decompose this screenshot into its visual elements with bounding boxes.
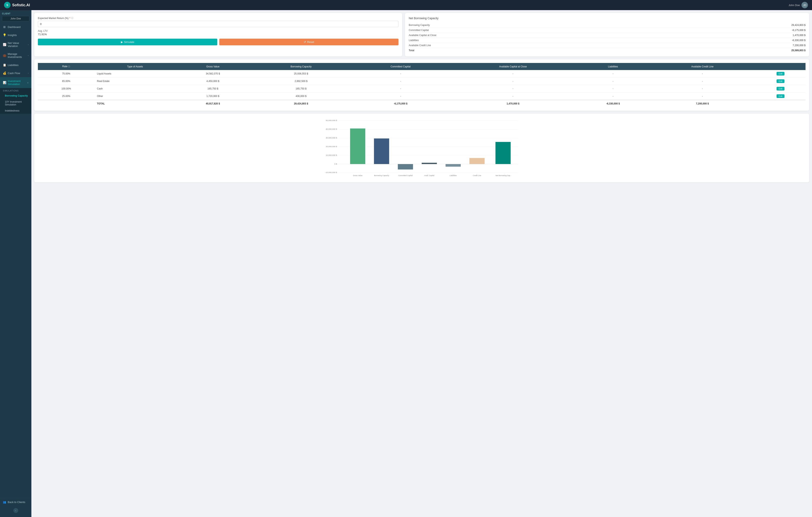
- col-avail-close: Available Capital at Close: [450, 63, 577, 70]
- chevron-right-icon: ›: [28, 43, 29, 46]
- cell-avail-close: -: [450, 85, 577, 92]
- bar-gross-value: [350, 128, 365, 164]
- col-credit-line: Available Credit Line: [649, 63, 755, 70]
- table-header: Rate ⓘ Type of Assets Gross Value Borrow…: [38, 63, 806, 70]
- simulate-button[interactable]: ▶ Simulate: [38, 39, 217, 45]
- avg-ltv-value: 71.91%: [38, 33, 399, 36]
- bar-committed-capital: [398, 164, 413, 170]
- cell-gross: 165,750 $: [176, 85, 250, 92]
- borrowing-capacity-rows: Borrowing Capacity 29,424,803 $ Committe…: [409, 23, 806, 53]
- svg-text:Borrowing Capacity: Borrowing Capacity: [374, 175, 389, 177]
- cell-gross: 1,720,000 $: [176, 92, 250, 100]
- sidebar-item-manage-investments[interactable]: 💼 Manage Investments ›: [0, 50, 31, 61]
- edit-button[interactable]: Edit: [777, 87, 784, 90]
- sidebar-item-insights[interactable]: 💡 Insights: [0, 31, 31, 39]
- bc-row-label: Liabilities: [409, 39, 418, 42]
- bar-net-borrowing: [495, 142, 511, 164]
- back-to-clients[interactable]: 👥 Back to Clients: [0, 498, 31, 506]
- sidebar-item-liabilities[interactable]: 📋 Liabilities: [0, 61, 31, 69]
- cell-edit[interactable]: Edit: [755, 92, 806, 100]
- svg-text:Avail. Capital: Avail. Capital: [424, 175, 434, 177]
- simulation-form-card: Expected Market Return (%) * ⓘ Avg. LTV …: [34, 13, 402, 57]
- total-label-text: TOTAL: [94, 100, 176, 107]
- bar-avail-close-pos: [422, 163, 437, 164]
- help-icon[interactable]: ⓘ: [71, 17, 73, 20]
- cell-liabilities: -: [577, 92, 649, 100]
- sidebar-label-net-value: Net Value Variation: [8, 41, 28, 48]
- svg-text:20,000,000 $: 20,000,000 $: [326, 145, 337, 148]
- net-value-icon: 📈: [3, 43, 6, 46]
- col-rate: Rate ⓘ: [38, 63, 94, 70]
- sidebar-item-dashboard[interactable]: ⊞ Dashboard: [0, 23, 31, 31]
- table-total-row: TOTAL 40,917,820 $ 29,424,803 $ -6,175,0…: [38, 100, 806, 107]
- sidebar-label-cash-flow: Cash Flow: [8, 72, 20, 75]
- bc-row-label: Borrowing Capacity: [409, 24, 430, 27]
- edit-button[interactable]: Edit: [777, 79, 784, 83]
- total-committed: -6,175,000 $: [352, 100, 450, 107]
- cell-rate: 75.00%: [38, 70, 94, 78]
- expected-market-return-input[interactable]: [38, 21, 399, 27]
- sidebar-item-cash-flow[interactable]: 💰 Cash Flow ›: [0, 69, 31, 77]
- table-body: 75.00% Liquid Assets 34,582,070 $ 25,936…: [38, 70, 806, 100]
- submenu-borrowing-capacity[interactable]: Borrowing Capacity: [0, 93, 31, 99]
- bc-row-label: Available Capital at Close: [409, 34, 436, 37]
- col-liabilities: Liabilities: [577, 63, 649, 70]
- svg-text:10,000,000 $: 10,000,000 $: [326, 154, 337, 156]
- svg-text:50,000,000 $: 50,000,000 $: [326, 119, 337, 121]
- chevron-right-icon-2: ›: [28, 55, 29, 57]
- bc-row: Available Credit Line 7,200,000 $: [409, 43, 806, 48]
- svg-text:Net Borrowing Cap.: Net Borrowing Cap.: [495, 175, 511, 177]
- cell-edit[interactable]: Edit: [755, 85, 806, 92]
- top-navigation: S Sofistic.AI John Doe JD: [0, 0, 812, 10]
- sidebar-item-investment-simulation[interactable]: 📊 Investment Simulation ∨: [0, 77, 31, 88]
- total-credit-line: 7,200,000 $: [649, 100, 755, 107]
- sidebar-label-investment-simulation: Investment Simulation: [8, 80, 27, 86]
- svg-text:30,000,000 $: 30,000,000 $: [326, 136, 337, 139]
- chevron-down-icon: ∨: [27, 82, 29, 84]
- total-label: [38, 100, 94, 107]
- submenu-10y-investment[interactable]: 10Y Investment Simulation: [0, 99, 31, 108]
- bc-row-value: 1,470,000 $: [793, 34, 806, 37]
- cell-avail-close: -: [450, 92, 577, 100]
- back-icon: 👥: [3, 500, 6, 504]
- cell-committed: -: [352, 92, 450, 100]
- sidebar-label-insights: Insights: [8, 34, 17, 37]
- reset-icon: ↺: [304, 40, 306, 43]
- cell-borrowing: 2,892,500 $: [250, 78, 352, 85]
- client-selector[interactable]: John Doe: [2, 16, 29, 21]
- cell-gross: 34,582,070 $: [176, 70, 250, 78]
- cell-credit-line: -: [649, 70, 755, 78]
- cell-rate: 25.00%: [38, 92, 94, 100]
- bc-row-value: 29,424,803 $: [791, 24, 806, 27]
- total-liabilities: -6,330,000 $: [577, 100, 649, 107]
- svg-text:Credit Line: Credit Line: [473, 175, 481, 177]
- cell-borrowing: 165,750 $: [250, 85, 352, 92]
- play-icon: ▶: [121, 40, 123, 43]
- bc-row-label: Committed Capital: [409, 29, 429, 32]
- cell-edit[interactable]: Edit: [755, 78, 806, 85]
- avg-ltv-label: Avg. LTV: [38, 30, 399, 32]
- svg-text:Liabilities: Liabilities: [450, 175, 457, 177]
- sidebar-item-net-value[interactable]: 📈 Net Value Variation ›: [0, 39, 31, 50]
- net-borrowing-capacity-title: Net Borrowing Capacity: [409, 17, 806, 20]
- edit-button[interactable]: Edit: [777, 94, 784, 98]
- client-label: CLIENT: [2, 12, 29, 15]
- cell-committed: -: [352, 85, 450, 92]
- back-label: Back to Clients: [8, 500, 25, 504]
- bar-credit-line: [469, 158, 485, 164]
- cell-credit-line: -: [649, 85, 755, 92]
- required-marker: *: [69, 17, 70, 20]
- col-borrowing: Borrowing Capacity: [250, 63, 352, 70]
- submenu-indebtedness[interactable]: Indebtedness: [0, 108, 31, 114]
- edit-button[interactable]: Edit: [777, 72, 784, 75]
- bc-row: Liabilities -6,330,000 $: [409, 38, 806, 43]
- action-buttons: ▶ Simulate ↺ Reset: [38, 39, 399, 45]
- sidebar-collapse-button[interactable]: ‹: [13, 508, 18, 513]
- table-footer: TOTAL 40,917,820 $ 29,424,803 $ -6,175,0…: [38, 100, 806, 107]
- reset-button[interactable]: ↺ Reset: [219, 39, 399, 45]
- brand-logo: S: [4, 2, 10, 8]
- liabilities-icon: 📋: [3, 63, 6, 67]
- cell-type: Cash: [94, 85, 176, 92]
- user-menu[interactable]: John Doe JD: [788, 2, 808, 8]
- cell-edit[interactable]: Edit: [755, 70, 806, 78]
